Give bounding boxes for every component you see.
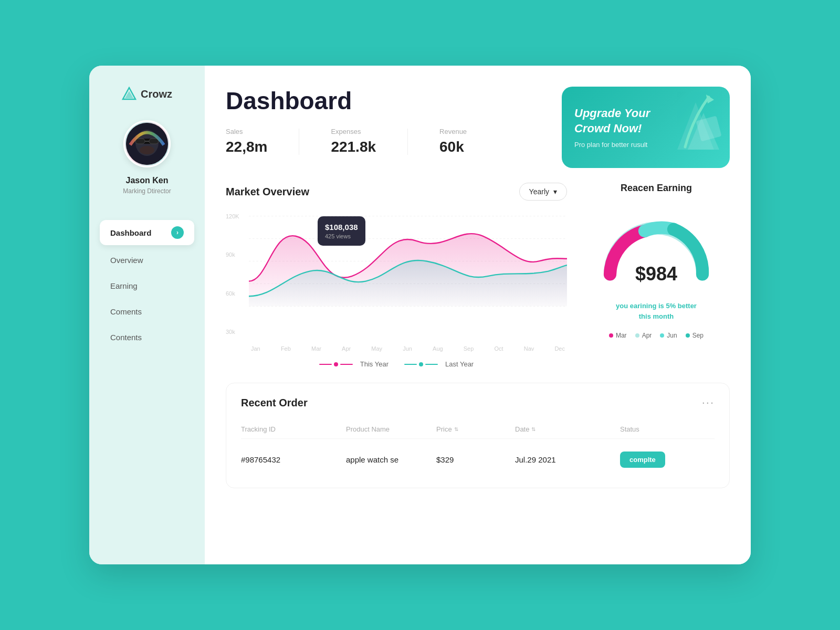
chevron-down-icon: ▾ (553, 187, 557, 196)
table-row: #98765432 apple watch se $329 Jul.29 202… (241, 444, 715, 475)
chart-container: Market Overview Yearly ▾ 120K 90k 60k 30… (226, 183, 567, 368)
page-title: Dashboard (226, 87, 467, 115)
user-name: Jason Ken (126, 176, 169, 185)
table-more-button[interactable]: ··· (702, 396, 715, 410)
gauge-value: $984 (635, 263, 677, 285)
stat-revenue-value: 60k (439, 139, 467, 155)
col-product-name: Product Name (346, 425, 436, 433)
stat-expenses: Expenses 221.8k (331, 128, 376, 155)
chart-svg (249, 211, 567, 321)
user-role: Marking Dtirector (123, 187, 171, 195)
chart-header: Market Overview Yearly ▾ (226, 183, 567, 201)
svg-rect-6 (149, 139, 159, 144)
header-left: Dashboard Sales 22,8m Expenses 221.8k Re… (226, 87, 467, 155)
table-title: Recent Order (241, 397, 308, 409)
dot-sep (686, 333, 690, 338)
avatar (123, 120, 171, 167)
cell-date: Jul.29 2021 (515, 455, 620, 464)
stat-expenses-label: Expenses (331, 128, 376, 135)
dot-mar (609, 333, 613, 338)
sidebar-item-comments[interactable]: Coments (100, 301, 194, 322)
nav-menu: Dashboard › Overview Earning Coments Con… (89, 220, 205, 348)
cell-status: complte (620, 452, 715, 468)
chart-legend: This Year Last Year (226, 360, 567, 368)
earning-panel: Reacen Earning $984 (583, 183, 730, 339)
sidebar-item-label-comments: Coments (110, 307, 142, 316)
logo-text: Crowz (141, 88, 172, 100)
sidebar-item-label-dashboard: Dashboard (110, 228, 151, 237)
cell-tracking-id: #98765432 (241, 455, 346, 464)
dot-apr (635, 333, 639, 338)
stat-divider-2 (407, 129, 408, 155)
earning-legend: Mar Apr Jun Sep (583, 332, 730, 339)
stat-sales-value: 22,8m (226, 139, 267, 155)
col-price[interactable]: Price ⇅ (436, 425, 515, 433)
legend-last-year: Last Year (404, 360, 474, 368)
main-content: Dashboard Sales 22,8m Expenses 221.8k Re… (205, 66, 751, 564)
sidebar: Crowz (89, 66, 205, 564)
dot-jun (660, 333, 664, 338)
gauge-container: $984 (583, 206, 730, 290)
stat-sales: Sales 22,8m (226, 128, 267, 155)
col-status: Status (620, 425, 715, 433)
x-axis-labels: Jan Feb Mar Apr May Jun Aug Sep Oct Nav … (226, 345, 567, 352)
chart-title: Market Overview (226, 186, 309, 198)
sidebar-item-earning[interactable]: Earning (100, 275, 194, 297)
promo-banner[interactable]: Upgrade YourCrowd Now! Pro plan for bett… (562, 87, 730, 168)
svg-point-8 (140, 146, 154, 154)
stat-revenue: Revenue 60k (439, 128, 467, 155)
sidebar-item-label-contents: Contents (110, 333, 142, 342)
earning-legend-apr: Apr (635, 332, 652, 339)
stat-revenue-label: Revenue (439, 128, 467, 135)
sidebar-item-dashboard[interactable]: Dashboard › (100, 220, 194, 245)
svg-point-17 (326, 233, 331, 239)
promo-subtitle: Pro plan for better rusult (574, 141, 717, 149)
nav-arrow-dashboard: › (171, 226, 184, 239)
earning-title: Reacen Earning (583, 183, 730, 194)
period-selector[interactable]: Yearly ▾ (519, 183, 567, 201)
promo-title: Upgrade YourCrowd Now! (574, 106, 717, 136)
stat-sales-label: Sales (226, 128, 267, 135)
svg-rect-5 (135, 139, 145, 144)
y-axis-labels: 120K 90k 60k 30k (226, 211, 247, 337)
cell-price: $329 (436, 455, 515, 464)
app-container: Crowz (89, 66, 751, 564)
table-columns: Tracking ID Product Name Price ⇅ Date ⇅ … (241, 420, 715, 439)
table-section: Recent Order ··· Tracking ID Product Nam… (226, 383, 730, 488)
earning-legend-mar: Mar (609, 332, 627, 339)
sidebar-item-label-overview: Overview (110, 256, 143, 265)
table-header-row: Recent Order ··· (241, 396, 715, 410)
period-label: Yearly (529, 187, 549, 196)
middle-section: Market Overview Yearly ▾ 120K 90k 60k 30… (226, 183, 730, 368)
stats-row: Sales 22,8m Expenses 221.8k Revenue 60k (226, 128, 467, 155)
earning-legend-sep: Sep (686, 332, 704, 339)
logo-area: Crowz (122, 87, 172, 101)
earning-note-percent: 5% (666, 302, 676, 310)
earning-legend-jun: Jun (660, 332, 677, 339)
sidebar-item-contents[interactable]: Contents (100, 327, 194, 348)
stat-expenses-value: 221.8k (331, 139, 376, 155)
sidebar-item-label-earning: Earning (110, 281, 138, 290)
status-badge: complte (620, 452, 665, 468)
legend-this-year-label: This Year (360, 360, 388, 368)
stat-divider-1 (299, 129, 299, 155)
top-section: Dashboard Sales 22,8m Expenses 221.8k Re… (226, 87, 730, 168)
earning-note-prefix: you earining is (616, 302, 666, 310)
legend-last-year-label: Last Year (445, 360, 474, 368)
col-tracking-id: Tracking ID (241, 425, 346, 433)
sort-price-icon: ⇅ (454, 426, 458, 432)
sort-date-icon: ⇅ (531, 426, 536, 432)
avatar-face (126, 123, 168, 165)
cell-product-name: apple watch se (346, 455, 436, 464)
earning-note: you earining is 5% betterthis month (583, 301, 730, 321)
legend-this-year: This Year (319, 360, 388, 368)
col-date[interactable]: Date ⇅ (515, 425, 620, 433)
chart-area: 120K 90k 60k 30k (226, 211, 567, 337)
logo-icon (122, 87, 136, 101)
sidebar-item-overview[interactable]: Overview (100, 249, 194, 271)
